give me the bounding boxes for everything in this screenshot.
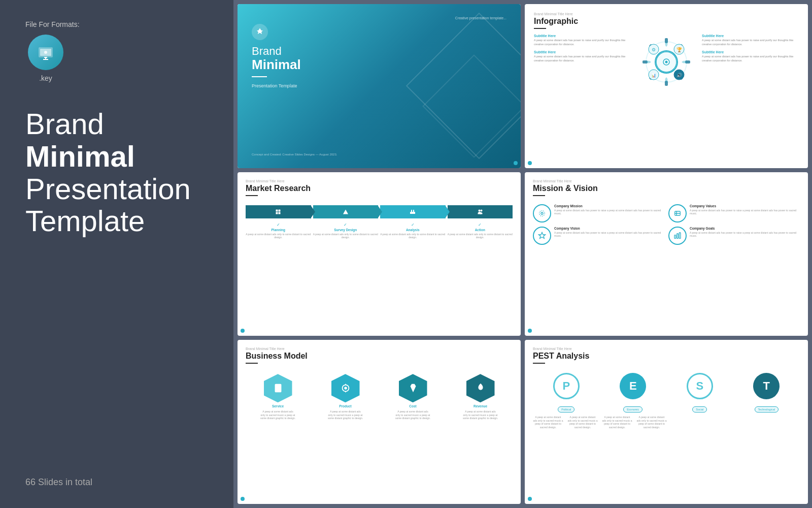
market-steps: ✓ Planning A peep at some distant ads on… [246, 223, 513, 239]
infographic-item-1: Subtitle Here A peep at some distant ads… [534, 34, 631, 46]
cover-divider [252, 76, 267, 77]
cover-icon [252, 24, 268, 40]
infographic-item-3: Subtitle Here A peep at some distant ads… [702, 34, 799, 46]
svg-point-48 [344, 387, 347, 390]
slide-business-card[interactable]: Brand Minimal Title Here Business Model … [238, 340, 521, 504]
keynote-icon [28, 35, 63, 70]
business-hexes: Service A peep at some distant ads only … [246, 374, 513, 420]
infographic-content: Subtitle Here A peep at some distant ads… [534, 34, 799, 160]
svg-rect-43 [677, 234, 679, 238]
hex-revenue: Revenue A peep at some distant ads only … [463, 374, 498, 420]
pest-circle-e: E [620, 373, 646, 399]
mission-circle-4 [668, 227, 687, 245]
pest-label-social: Social [685, 403, 715, 412]
market-underline [246, 195, 258, 196]
svg-rect-42 [674, 235, 676, 238]
hex-cost-label: Cost [409, 404, 416, 408]
svg-point-36 [480, 209, 482, 211]
market-step-analysis: ✓ Analysis A peep at some distant ads on… [380, 223, 446, 239]
svg-rect-28 [279, 209, 281, 211]
arrow-step-1 [246, 205, 311, 218]
mission-grid: Company Mission A peep at some distant a… [533, 204, 800, 245]
hex-service-label: Service [272, 404, 284, 408]
mission-title: Mission & Vision [533, 184, 800, 193]
mission-circle-2 [668, 204, 687, 223]
pest-label-technological: Technological [751, 403, 782, 412]
cover-top-label: Creative presentation template... [252, 16, 506, 20]
pest-desc-s: A peep at some distant ads only to sacre… [602, 416, 632, 429]
slides-grid: Creative presentation template... Brand … [233, 0, 812, 508]
market-step-action: ✓ Action A peep at some distant ads only… [448, 223, 513, 239]
business-title: Business Model [246, 352, 513, 361]
pest-badge-technological: Technological [755, 406, 779, 412]
svg-rect-45 [275, 384, 281, 393]
infographic-right: Subtitle Here A peep at some distant ads… [702, 34, 799, 63]
slide-market-card[interactable]: Brand Minimal Title Here Market Research [238, 172, 521, 336]
mission-text-3: Company Vision A peep at some distant ad… [554, 227, 664, 238]
pest-labels: Political Economic Social Technological [533, 403, 800, 412]
hex-product-desc: A peep at some distant ads only to sacre… [328, 410, 363, 420]
hex-cost: Cost A peep at some distant ads only to … [395, 374, 431, 420]
hex-cost-desc: A peep at some distant ads only to sacre… [395, 410, 431, 420]
slide-cover-card[interactable]: Creative presentation template... Brand … [238, 4, 521, 168]
svg-marker-31 [343, 209, 348, 214]
hex-revenue-label: Revenue [473, 404, 487, 408]
slide-dot [514, 161, 518, 165]
slide-mission-card[interactable]: Brand Minimal Title Here Mission & Visio… [525, 172, 808, 336]
pest-descs: A peep at some distant ads only to sacre… [533, 416, 800, 429]
svg-text:📊: 📊 [651, 73, 656, 78]
market-title: Market Research [246, 184, 513, 193]
pest-circle-t: T [753, 373, 780, 399]
slide-dot [528, 497, 532, 501]
arrow-step-4 [448, 205, 513, 218]
mission-item-2: Company Values A peep at some distant ad… [668, 204, 800, 223]
slide-dot [528, 161, 532, 165]
svg-point-5 [44, 51, 47, 54]
main-title: Brand Minimal Presentation Template [25, 108, 208, 477]
mission-text-2: Company Values A peep at some distant ad… [690, 204, 800, 215]
market-step-survey: ✓ Survey Design A peep at some distant a… [313, 223, 379, 239]
cover-subtitle: Presentation Template [252, 83, 506, 88]
check-icon-1: ✓ [246, 223, 311, 227]
market-small-label: Brand Minimal Title Here [246, 179, 513, 183]
infographic-left: Subtitle Here A peep at some distant ads… [534, 34, 631, 63]
pest-circle-s: S [687, 373, 713, 399]
left-panel: File For Formats: .key Brand Minimal Pre… [0, 0, 233, 508]
svg-text:🏆: 🏆 [676, 47, 683, 53]
file-format-section: File For Formats: .key [25, 20, 208, 82]
hex-product-shape [331, 374, 360, 402]
business-underline [246, 363, 258, 364]
hex-product-label: Product [339, 404, 352, 408]
slide-count: 66 Slides in total [25, 477, 208, 488]
slide-pest-card[interactable]: Brand Minimal Title Here PEST Analysis P… [525, 340, 808, 504]
svg-text:⚙: ⚙ [652, 47, 656, 52]
svg-rect-30 [279, 212, 281, 214]
market-arrows [246, 205, 513, 218]
pest-label-economic: Economic [618, 403, 648, 412]
pest-desc-t: A peep at some distant ads only to sacre… [636, 416, 667, 429]
svg-text:🔊: 🔊 [676, 72, 683, 78]
pest-circle-p: P [553, 373, 580, 399]
file-extension: .key [39, 74, 52, 82]
hex-revenue-shape [466, 374, 495, 402]
slide-infographic-card[interactable]: Brand Minimal Title Here Infographic Sub… [525, 4, 808, 168]
svg-rect-33 [411, 210, 412, 212]
hex-product: Product A peep at some distant ads only … [328, 374, 363, 420]
arrow-step-3 [380, 205, 446, 218]
check-icon-2: ✓ [313, 223, 379, 227]
svg-point-37 [541, 212, 543, 214]
svg-point-35 [478, 209, 480, 211]
infographic-title: Infographic [534, 17, 799, 26]
cover-bottom-text: Concept and Created: Creative Slides Des… [252, 153, 506, 156]
mission-circle-1 [533, 204, 551, 223]
slide-dot [241, 497, 245, 501]
check-icon-3: ✓ [380, 223, 446, 227]
market-step-planning: ✓ Planning A peep at some distant ads on… [246, 223, 311, 239]
svg-rect-29 [276, 212, 278, 214]
pest-title: PEST Analysis [533, 352, 800, 361]
hex-service: Service A peep at some distant ads only … [260, 374, 296, 420]
mission-item-1: Company Mission A peep at some distant a… [533, 204, 664, 223]
mission-text-1: Company Mission A peep at some distant a… [554, 204, 664, 215]
mission-item-4: Company Goals A peep at some distant ads… [668, 227, 800, 245]
mission-text-4: Company Goals A peep at some distant ads… [690, 227, 800, 238]
